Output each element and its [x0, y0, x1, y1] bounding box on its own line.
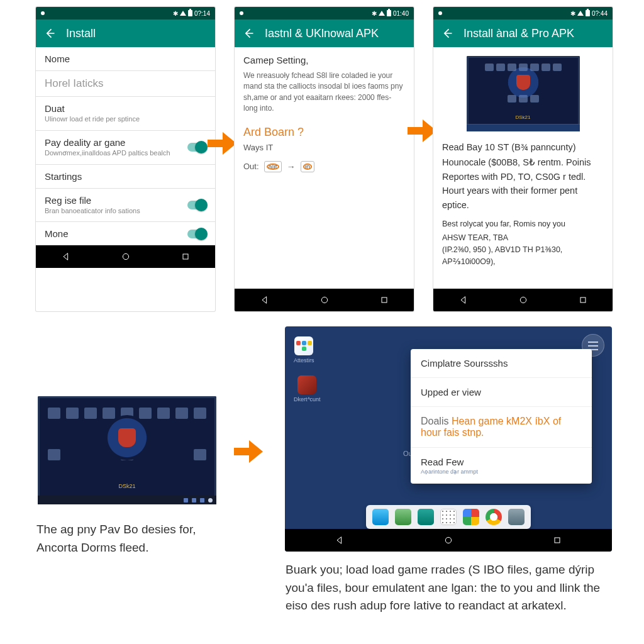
nav-back-icon[interactable] — [61, 252, 71, 262]
nav-back-icon[interactable] — [458, 295, 469, 305]
video-caption: DSk21 — [515, 114, 530, 120]
ways-label: Ways IT — [243, 143, 405, 152]
wifi-icon — [577, 11, 584, 16]
out-row: Out: alit → in — [243, 161, 405, 172]
phone-screenshot-2: ✱ 01:40 Iastnl & UKlnowal APK Camep Sett… — [235, 7, 414, 311]
settings-row[interactable]: Horel Iaticks — [36, 71, 215, 97]
bluetooth-icon: ✱ — [173, 10, 178, 17]
settings-description: Camep Setting, We nreasuoły fchead S8l l… — [235, 47, 414, 180]
desktop-icon-label: Attestirs — [294, 357, 314, 364]
context-menu-item[interactable]: Read Few Aọarintone dạr ammpt — [411, 448, 592, 484]
toolbar-title: Install — [66, 27, 96, 40]
video-thumbnail[interactable]: DSk21 — [467, 56, 580, 131]
android-navbar — [285, 529, 612, 552]
svg-point-0 — [123, 254, 128, 260]
svg-point-6 — [445, 537, 451, 543]
wifi-icon — [379, 11, 385, 16]
nav-recent-icon[interactable] — [578, 295, 588, 305]
crest-icon — [104, 415, 150, 460]
body-paragraph: AHSW TEAR, TBA (IP.2⅜0, 950 ), ABV1D TH … — [442, 233, 562, 267]
status-time: 01:40 — [393, 10, 409, 17]
caption-text: Buark you; load load game rrades (S IBO … — [286, 561, 613, 615]
nav-home-icon[interactable] — [518, 295, 528, 305]
nav-home-icon[interactable] — [319, 295, 330, 305]
bluetooth-icon: ✱ — [372, 10, 377, 17]
status-bar: ✱ 0?:14 — [36, 7, 215, 19]
caption-text: The ag pny Pav Bo desies for, Ancorta Do… — [36, 521, 225, 557]
settings-row[interactable]: Mone — [36, 222, 215, 245]
taskbar — [38, 496, 216, 504]
app-toolbar: Install — [36, 19, 215, 47]
settings-row[interactable]: Duat Ulinowr load et ride per sptince — [36, 97, 215, 131]
option-pill[interactable]: in — [301, 161, 315, 172]
back-arrow-icon[interactable] — [43, 27, 56, 40]
svg-rect-7 — [555, 538, 560, 543]
tablet-screenshot: Attestirs Dkertᴬcunt Out Cimplatre Sours… — [285, 326, 612, 552]
phone-screenshot-1: ✱ 0?:14 Install Nome Horel Iaticks Duat … — [36, 7, 215, 311]
flow-arrow-icon — [208, 132, 236, 155]
status-dot-icon — [438, 11, 442, 15]
toggle-switch[interactable] — [187, 201, 206, 209]
svg-rect-5 — [580, 297, 586, 303]
svg-rect-3 — [382, 297, 387, 303]
toggle-switch[interactable] — [187, 230, 206, 238]
settings-list: Nome Horel Iaticks Duat Ulinowr load et … — [36, 47, 215, 245]
android-navbar — [433, 289, 613, 311]
chevron-right-icon: → — [287, 162, 296, 172]
dock-app-icon[interactable] — [463, 509, 479, 525]
thumb-caption: DSk21 — [38, 483, 216, 489]
back-arrow-icon[interactable] — [441, 27, 453, 40]
camera-icon[interactable] — [508, 509, 525, 525]
toggle-switch[interactable] — [187, 143, 206, 152]
video-progress-bar[interactable] — [467, 124, 580, 131]
option-pill[interactable]: alit — [264, 161, 282, 172]
video-preview-block: DSk21 — [433, 47, 613, 140]
chrome-icon[interactable] — [486, 509, 502, 525]
status-dot-icon — [240, 11, 243, 15]
desktop-app-icon[interactable]: Attestirs — [294, 336, 314, 364]
toolbar-title: Iastnl & UKlnowal APK — [265, 27, 379, 40]
desktop-icon-label: Dkertᴬcunt — [294, 396, 321, 402]
nav-recent-icon[interactable] — [379, 295, 389, 305]
settings-row[interactable]: Startings — [36, 165, 215, 189]
nav-back-icon[interactable] — [260, 295, 270, 305]
wifi-icon — [180, 11, 186, 16]
battery-icon — [188, 10, 192, 16]
context-menu-item[interactable]: Upped er view — [411, 378, 592, 407]
flow-arrow-icon — [234, 440, 263, 463]
settings-row[interactable]: Nome — [36, 47, 215, 71]
nav-home-icon[interactable] — [443, 535, 453, 545]
app-drawer-icon[interactable] — [440, 509, 457, 525]
context-menu-item[interactable]: Cimplatre Sourssshs — [411, 349, 592, 378]
nav-recent-icon[interactable] — [552, 535, 562, 545]
setting-label: Camep Setting, — [243, 55, 308, 65]
dock-app-icon[interactable] — [418, 509, 434, 525]
settings-row[interactable]: Pay deality ar gane Downơmex,iinalldoas … — [36, 131, 215, 165]
nav-home-icon[interactable] — [121, 252, 131, 262]
question-heading: Ard Boarn ? — [243, 126, 405, 139]
battery-icon — [586, 10, 590, 16]
status-dot-icon — [41, 11, 45, 15]
dock-app-icon[interactable] — [395, 509, 411, 525]
crest-icon — [506, 65, 541, 100]
svg-point-2 — [321, 297, 327, 303]
nav-back-icon[interactable] — [335, 535, 345, 545]
app-dock — [366, 505, 531, 529]
back-arrow-icon[interactable] — [242, 27, 255, 40]
status-time: 0?:44 — [592, 10, 608, 17]
svg-point-4 — [520, 297, 526, 303]
article-body: Read Bay 10 ST (B¾ panncunty) Hounocale … — [433, 140, 613, 269]
body-paragraph: Hounocale ($00B8, S₺ rentm. Poinis Repor… — [442, 157, 591, 209]
android-navbar — [235, 289, 414, 311]
context-menu-item-active[interactable]: Doalis Hean game kM2X íbX of hour fais s… — [411, 407, 592, 448]
nav-recent-icon[interactable] — [180, 252, 191, 262]
settings-row[interactable]: Reg ise file Bran banoeaticator info sat… — [36, 189, 215, 223]
desktop-app-icon[interactable]: Dkertᴬcunt — [294, 375, 321, 402]
status-time: 0?:14 — [194, 10, 210, 17]
flow-arrow-icon — [408, 119, 436, 142]
app-toolbar: Iastnl & UKlnowal APK — [235, 19, 414, 47]
dock-app-icon[interactable] — [372, 509, 389, 525]
status-bar: ✱ 01:40 — [235, 7, 414, 19]
video-thumbnail-large[interactable]: DSk21 — [38, 396, 216, 504]
svg-rect-1 — [183, 254, 188, 259]
